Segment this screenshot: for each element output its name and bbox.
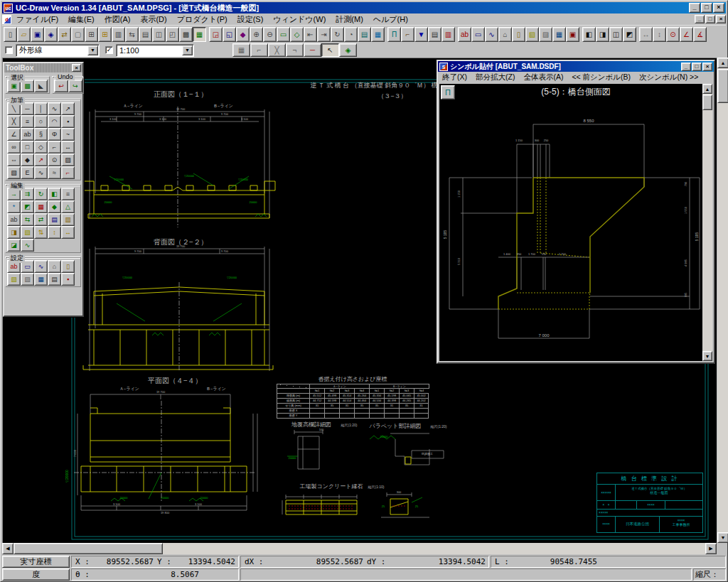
symbol-paste-button[interactable]: Π [387, 27, 401, 42]
draw-special-text-button[interactable]: E [21, 166, 34, 179]
toolbox-title-bar[interactable]: ToolBox × [4, 63, 82, 72]
draw-dimension-button[interactable]: ↔ [61, 141, 75, 153]
system-settings-button[interactable]: ⌂ [498, 27, 512, 42]
edit-parts-save-button[interactable]: ▤ [48, 213, 61, 226]
save-file-button[interactable]: ▣ [31, 27, 44, 42]
draw-step-line-button[interactable]: ⌐ [48, 141, 61, 153]
menu-item[interactable]: プロダクト(P) [172, 14, 232, 26]
menu-item[interactable]: 計測(M) [331, 14, 368, 26]
symbol-minimize-button[interactable]: _ [681, 63, 691, 71]
undo-button[interactable]: ↩ [54, 80, 68, 92]
scroll-left-icon[interactable]: ◀ [2, 543, 14, 554]
endpoint-snap-button[interactable]: ⌐ [250, 43, 268, 57]
scroll-left-button[interactable]: ⇤ [304, 27, 317, 42]
zoom-previous-button[interactable]: ◱ [223, 27, 236, 42]
add-page-button[interactable]: ⊞ [85, 27, 98, 42]
settings-display-button[interactable]: ⌂ [48, 260, 61, 273]
open-file-button[interactable]: ▱ [17, 27, 31, 42]
scroll-down-icon[interactable]: ▼ [702, 351, 712, 361]
scale-lock-checkbox[interactable]: ✓ [105, 46, 113, 54]
print-button[interactable]: ▤ [139, 27, 152, 42]
draw-hatch-button[interactable]: ▨ [61, 153, 75, 166]
symbol-menu-item[interactable]: 次シンボル(N) >> [635, 72, 702, 83]
parts-tool-button[interactable]: ⌐ [401, 27, 414, 42]
edit-align-button[interactable]: ⇅ [34, 226, 48, 239]
edit-fill-button[interactable]: ◩ [21, 200, 34, 213]
settings-layer-color-button[interactable]: ▧ [7, 273, 21, 286]
fit-all-button[interactable]: ◇ [290, 27, 304, 42]
draw-wave-line-button[interactable]: ∿ [34, 166, 48, 179]
edit-parts-button[interactable]: ▥ [61, 213, 75, 226]
symbol-menu-item[interactable]: 部分拡大(Z) [471, 72, 519, 83]
draw-arc-button[interactable]: ◠ [48, 115, 61, 128]
draw-vertical-text-button[interactable]: § [34, 128, 48, 141]
menu-item[interactable]: ファイル(F) [11, 14, 63, 26]
select-pick-button[interactable]: ◣ [34, 80, 48, 92]
settings-point-button[interactable]: ▪ [61, 273, 75, 286]
draw-symbol-button[interactable]: Φ [48, 128, 61, 141]
settings-grid-button[interactable]: ▤ [48, 273, 61, 286]
line-snap-button[interactable]: ─ [304, 43, 321, 57]
zoom-rate-button[interactable]: ◔ [344, 27, 358, 42]
edit-measure-button[interactable]: ◨ [7, 226, 21, 239]
angle-mode-button[interactable]: 度 [2, 568, 70, 581]
draw-cross-line-button[interactable]: ╳ [7, 115, 21, 128]
edit-mirror-button[interactable]: ◧ [48, 188, 61, 200]
drawing-canvas[interactable]: 逆 Ｔ 式 橋 台 （直接基礎 斜角９０゜Ｍ） 構 造 一 般 図（３−３）正面… [2, 58, 717, 543]
draw-balloon-button[interactable]: ⊙ [48, 153, 61, 166]
window-cascade-button[interactable]: ◧ [582, 27, 596, 42]
sheet-settings-button[interactable]: ▦ [371, 27, 385, 42]
minimize-button[interactable]: _ [689, 3, 700, 13]
print-preview-button[interactable]: ◫ [152, 27, 166, 42]
edit-attribute-button[interactable]: ◆ [48, 200, 61, 213]
structure-settings-button[interactable]: ▣ [566, 27, 579, 42]
vertical-scrollbar[interactable]: ▲ ▼ [717, 58, 728, 543]
settings-curve-button[interactable]: ∿ [34, 260, 48, 273]
group-edit-button[interactable]: ◈ [339, 43, 357, 57]
curve-settings-button[interactable]: ∿ [485, 27, 498, 42]
draw-spline-button[interactable]: ~ [61, 128, 75, 141]
edit-extend-button[interactable]: ↔ [61, 226, 75, 239]
draw-parallel-lines-button[interactable]: ≡ [21, 115, 34, 128]
zoom-in-button[interactable]: ⊕ [250, 27, 263, 42]
edit-reshape-button[interactable]: ∿ [21, 239, 34, 252]
chevron-down-icon[interactable]: ▼ [182, 45, 193, 55]
text-settings-button[interactable]: ab [458, 27, 471, 42]
measure-horizontal-button[interactable]: ↔ [639, 27, 653, 42]
grid-snap-button[interactable]: ▦ [232, 43, 250, 57]
scrollbar-thumb[interactable] [702, 95, 712, 110]
scroll-up-icon[interactable]: ▲ [702, 84, 712, 94]
layer-select-combo[interactable]: 外形線 ▼ [16, 44, 100, 57]
save-as-button[interactable]: ◈ [44, 27, 58, 42]
scroll-down-icon[interactable]: ▼ [717, 532, 728, 543]
edit-hatch-button[interactable]: ▧ [21, 226, 34, 239]
symbol-menu-item[interactable]: 全体表示(A) [519, 72, 567, 83]
measure-angle-button[interactable]: ∠ [680, 27, 693, 42]
screen-settings-button[interactable]: ▭ [471, 27, 485, 42]
edit-group-button[interactable]: ⇆ [21, 213, 34, 226]
symbol-maximize-button[interactable]: □ [692, 63, 702, 71]
page-turn-button[interactable]: ▯ [512, 27, 525, 42]
scale-select-combo[interactable]: 1:100 ▼ [116, 44, 194, 57]
menu-item[interactable]: ウィンドウ(W) [268, 14, 331, 26]
chevron-down-icon[interactable]: ▼ [87, 45, 98, 55]
edit-delete-button[interactable]: ▦ [34, 200, 48, 213]
edit-array-button[interactable]: ≡ [61, 188, 75, 200]
draw-slope-line-button[interactable]: ∠ [7, 128, 21, 141]
measure-angle2-button[interactable]: ∡ [693, 27, 707, 42]
symbol-scrollbar[interactable]: ▲ ▼ [702, 84, 712, 361]
menu-item[interactable]: ヘルプ(H) [368, 14, 413, 26]
scrollbar-thumb[interactable] [717, 69, 728, 103]
menu-item[interactable]: 編集(E) [63, 14, 100, 26]
close-button[interactable]: × [713, 3, 724, 13]
scrollbar-thumb[interactable] [14, 543, 163, 554]
sheet-list-button[interactable]: ▤ [358, 27, 371, 42]
draw-text-button[interactable]: ab [21, 128, 34, 141]
window-select-button[interactable]: ◩ [623, 27, 636, 42]
draw-point-button[interactable]: ▪ [61, 115, 75, 128]
toolbox-close-button[interactable]: × [72, 64, 81, 72]
copy-page-button[interactable]: ▥ [112, 27, 125, 42]
pointer-mode-button[interactable]: ↖ [321, 43, 339, 57]
symbol-close-button[interactable]: × [702, 63, 712, 71]
horizontal-scrollbar[interactable]: ◀ ▶ [2, 543, 717, 554]
